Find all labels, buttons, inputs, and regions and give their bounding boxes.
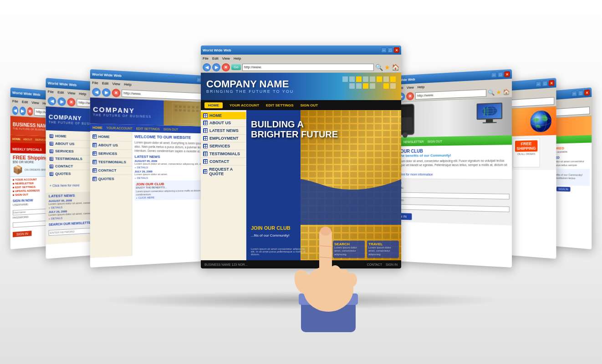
fwd-btn-l2[interactable]: ▶ <box>57 97 66 106</box>
fwd-l1[interactable]: ▶ <box>102 88 111 96</box>
svg-rect-10 <box>175 106 178 108</box>
product-sale: FREESHIPPING ON ALL ORDERS <box>513 138 540 167</box>
signin-btn-r3[interactable]: SIGN IN <box>556 187 571 192</box>
home-nav-btn[interactable]: HOME <box>204 102 223 108</box>
search-icon[interactable]: 🔍 <box>375 64 383 71</box>
fwd-main[interactable]: ▶ <box>212 63 220 71</box>
back-l1[interactable]: ◀ <box>92 87 101 96</box>
stop-btn[interactable]: ✕ <box>27 107 33 116</box>
sidebar-about-main[interactable]: ABOUT US <box>201 119 246 127</box>
favorites-icon-r1[interactable]: ★ <box>496 89 501 96</box>
svg-rect-19 <box>188 110 190 112</box>
sidebar-quotes-l1[interactable]: QUOTES <box>90 175 132 183</box>
url-r1[interactable] <box>415 89 486 100</box>
nav-about[interactable]: ABOUT <box>23 138 32 141</box>
hero-text: BUILDING A BRIGHTER FUTURE <box>251 119 338 139</box>
back-btn[interactable]: ◀ <box>12 106 18 115</box>
favorites-icon[interactable]: ★ <box>384 64 390 71</box>
sidebar-home-main[interactable]: HOME <box>201 112 246 119</box>
sidebar-services-l1[interactable]: SERVICES <box>90 149 132 158</box>
stop-l1[interactable]: ✕ <box>112 88 120 97</box>
forward-btn[interactable]: ▶ <box>20 106 26 115</box>
stop-btn-l2[interactable]: ✕ <box>67 97 76 106</box>
nav-settings-main[interactable]: EDIT SETTINGS <box>266 103 293 107</box>
stop-main[interactable]: ✕ <box>222 63 230 71</box>
sidebar-testimonials-main[interactable]: TESTIMONIALS <box>201 150 246 158</box>
svg-rect-11 <box>179 106 182 108</box>
url-l1[interactable] <box>122 89 203 100</box>
toolbar-main: ◀ ▶ ✕ Go 🔍 ★ 🏠 <box>201 62 401 73</box>
sidebar-news-main[interactable]: LATEST NEWS <box>201 127 246 135</box>
more-link[interactable]: + Click here for more <box>50 184 80 187</box>
sidebar-contact-main[interactable]: CONTACT <box>201 158 246 166</box>
click-link-r1[interactable]: > Click here for more information <box>389 173 509 177</box>
minimize-r2[interactable]: ─ <box>536 81 541 87</box>
stop-r1[interactable]: ✕ <box>406 92 414 100</box>
site-header: COMPANY NAME BRINGING THE FUTURE TO YOU <box>201 73 401 100</box>
signin-label-r1: SIGN IN <box>389 181 509 186</box>
minimize-r3[interactable]: ─ <box>571 91 577 96</box>
svg-rect-21 <box>196 110 199 112</box>
sale-badge: FREESHIPPING <box>515 140 537 152</box>
hero-line1: BUILDING A <box>251 119 338 129</box>
svg-rect-14 <box>192 106 194 108</box>
svg-rect-15 <box>196 106 199 108</box>
nav-home[interactable]: HOME <box>12 137 20 141</box>
footer-signin[interactable]: SIGN IN <box>386 263 398 266</box>
svg-rect-12 <box>184 106 186 108</box>
header-grid <box>342 76 396 89</box>
url-main[interactable] <box>242 64 374 71</box>
nav-settings-l1[interactable]: EDIT SETTINGS <box>136 127 160 131</box>
menubar-main: FileEditViewHelp <box>201 55 401 62</box>
nav-account-main[interactable]: YOUR ACCOUNT <box>230 103 259 107</box>
maximize-r2[interactable]: □ <box>542 81 548 86</box>
sidebar-testimonials-l1[interactable]: TESTIMONIALS <box>90 158 132 167</box>
footer-text-main: BUSINESS NAME 123 NOR... <box>204 263 248 266</box>
minimize-r1[interactable]: ─ <box>491 72 496 78</box>
monitor-visual <box>477 102 502 123</box>
join-body-r1: Lorem ipsum dolor sit amet, consectetur … <box>389 158 509 171</box>
svg-point-41 <box>320 227 331 236</box>
sidebar-services-main[interactable]: SERVICES <box>201 142 246 150</box>
titlebar-main: World Wide Web ─ □ ✕ <box>201 46 401 55</box>
svg-rect-20 <box>192 110 194 112</box>
nav-signout-l1[interactable]: SIGN OUT <box>163 127 178 131</box>
hand-pointer <box>283 205 374 341</box>
home-icon[interactable]: 🏠 <box>392 64 399 71</box>
go-main[interactable]: Go <box>231 64 241 70</box>
hero-line2: BRIGHTER FUTURE <box>251 129 338 139</box>
signin-btn[interactable]: SIGN IN <box>13 231 32 237</box>
close-r2[interactable]: ✕ <box>549 80 554 86</box>
search-icon-r1[interactable]: 🔍 <box>488 89 495 96</box>
maximize-main[interactable]: □ <box>388 47 393 53</box>
svg-rect-13 <box>188 106 190 108</box>
browser-left-1: World Wide Web ─ □ ✕ FileEditViewHelp ◀ … <box>90 69 215 268</box>
main-sidebar: HOME ABOUT US LATEST NEWS <box>201 110 246 260</box>
svg-rect-17 <box>179 109 182 111</box>
back-btn-l2[interactable]: ◀ <box>48 96 56 106</box>
nav-newsletter-r1[interactable]: NEWSLETTER <box>403 140 424 143</box>
sidebar-employment-main[interactable]: EMPLOYMENT <box>201 135 246 142</box>
join-subtitle-r1: Enjoy the benefits of our Community! <box>389 153 509 158</box>
back-main[interactable]: ◀ <box>203 63 211 71</box>
maximize-r3[interactable]: □ <box>578 90 583 96</box>
close-r3[interactable]: ✕ <box>584 90 590 96</box>
close-main[interactable]: ✕ <box>394 47 399 53</box>
maximize-r1[interactable]: □ <box>498 71 503 77</box>
sidebar-quote-main[interactable]: REQUEST A QUOTE <box>201 166 246 177</box>
password-r1[interactable] <box>389 204 509 212</box>
sidebar-contact-l1[interactable]: CONTACT <box>90 167 132 175</box>
home-icon-r1[interactable]: 🏠 <box>503 88 510 95</box>
nav-home-l1[interactable]: HOME <box>92 126 102 129</box>
minimize-main[interactable]: ─ <box>381 47 387 53</box>
main-company-tagline: BRINGING THE FUTURE TO YOU <box>206 89 294 94</box>
sidebar-home-l1[interactable]: HOME <box>90 132 132 142</box>
titlebar-title-main: World Wide Web <box>203 48 380 52</box>
nav-account-l1[interactable]: YOUR ACCOUNT <box>106 126 132 130</box>
nav-signout-main[interactable]: SIGN OUT <box>301 103 318 107</box>
sidebar-about-l1[interactable]: ABOUT US <box>90 141 132 150</box>
svg-rect-18 <box>184 109 186 111</box>
username-r1[interactable] <box>389 192 509 199</box>
nav-signout-r1[interactable]: SIGN OUT <box>427 140 442 143</box>
close-r1[interactable]: ✕ <box>504 71 510 77</box>
